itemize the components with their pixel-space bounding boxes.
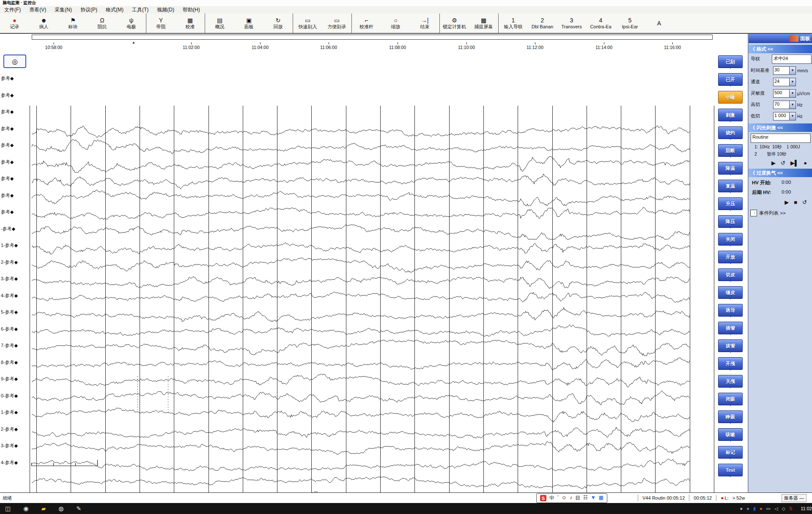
event-marker-button[interactable]: 闭眼 bbox=[718, 393, 743, 405]
ime-icon[interactable]: 目 bbox=[575, 495, 580, 502]
tray-icon[interactable]: ◁ bbox=[774, 503, 778, 514]
dropdown-arrow-icon[interactable]: ▼ bbox=[789, 90, 796, 97]
tray-icon[interactable]: S bbox=[789, 503, 792, 514]
photic-program-input[interactable]: Routine bbox=[751, 134, 811, 143]
event-marker-button[interactable]: 刺激 bbox=[718, 109, 743, 121]
eeg-trace-canvas[interactable] bbox=[25, 106, 716, 514]
ime-icon[interactable]: ’ bbox=[557, 495, 559, 502]
toolbar-button[interactable]: Y 带阻 bbox=[146, 14, 176, 33]
collapse-icon[interactable]: 〈 bbox=[750, 210, 757, 216]
hv-control-button[interactable]: ▶ bbox=[785, 199, 789, 205]
event-marker-button[interactable]: 咳嗽 bbox=[718, 428, 743, 441]
field-dropdown[interactable]: 24 ▼ bbox=[773, 78, 796, 86]
hv-control-button[interactable]: ■ bbox=[794, 199, 797, 205]
toolbar-button[interactable]: ○ 缩放 bbox=[381, 14, 410, 33]
toolbar-button[interactable]: 4 Contra-Ea bbox=[586, 14, 615, 33]
event-marker-button[interactable]: 已刻 bbox=[718, 55, 743, 68]
toolbar-button[interactable]: 2 Dbl Banan bbox=[528, 14, 557, 33]
field-dropdown[interactable]: 1 000 ▼ bbox=[773, 112, 796, 120]
start-icon[interactable]: ◫ bbox=[5, 503, 11, 514]
tray-icon[interactable]: ● bbox=[746, 503, 749, 514]
ime-icon[interactable]: ▼ bbox=[591, 495, 596, 502]
event-marker-button[interactable]: 切皮 bbox=[718, 268, 743, 281]
dropdown-arrow-icon[interactable]: ▼ bbox=[789, 101, 796, 109]
folder-icon[interactable]: ▰ bbox=[41, 503, 46, 514]
tray-icon[interactable]: ◇ bbox=[782, 503, 785, 514]
photic-control-button[interactable]: ↺ bbox=[781, 160, 785, 166]
event-marker-button[interactable]: 标记 bbox=[718, 446, 743, 459]
event-marker-button[interactable]: 拔管 bbox=[718, 339, 743, 352]
photic-control-button[interactable]: ▶▌ bbox=[790, 160, 798, 166]
event-marker-button[interactable]: 夹闭 bbox=[718, 233, 743, 246]
field-dropdown[interactable]: 70 ▼ bbox=[773, 101, 796, 109]
toolbar-button[interactable]: 3 Transvers bbox=[557, 14, 586, 33]
time-cursor-marker[interactable]: ▲ bbox=[132, 41, 135, 44]
toolbar-button[interactable]: ⚙ 锁定计算机 bbox=[439, 14, 469, 33]
event-marker-button[interactable]: 烧灼 bbox=[718, 126, 743, 139]
ime-icon[interactable]: ☺ bbox=[562, 495, 567, 502]
toolbar-button[interactable]: Ω 阻抗 bbox=[88, 14, 117, 33]
hyperventilation-section-header[interactable]: 《 过度换气 << bbox=[749, 169, 812, 177]
hv-control-button[interactable]: ↺ bbox=[802, 199, 807, 205]
event-marker-button[interactable]: 插管 bbox=[718, 322, 743, 334]
camera-app-icon[interactable]: ◉ bbox=[23, 503, 28, 514]
record-navigation-slider[interactable] bbox=[32, 35, 713, 40]
event-marker-button[interactable]: 降压 bbox=[718, 215, 743, 228]
event-marker-button[interactable]: 已开 bbox=[718, 73, 743, 86]
toolbar-button[interactable]: ▭ 方便刻录 bbox=[322, 14, 351, 33]
photic-control-button[interactable]: ▶ bbox=[771, 160, 776, 166]
event-marker-button[interactable]: 小睡 bbox=[718, 91, 743, 104]
pen-app-icon[interactable]: ✎ bbox=[76, 503, 81, 514]
event-marker-button[interactable]: 缝皮 bbox=[718, 286, 743, 299]
menu-item[interactable]: 工具(T) bbox=[129, 6, 152, 14]
ime-icon[interactable]: ♪ bbox=[570, 495, 572, 502]
event-marker-button[interactable]: 睁眼 bbox=[718, 410, 743, 423]
menu-item[interactable]: 采集(N) bbox=[51, 6, 75, 14]
toolbar-button[interactable]: ψ 电极 bbox=[117, 14, 146, 33]
menu-item[interactable]: 帮助(H) bbox=[179, 6, 203, 14]
event-list-link[interactable]: 〈 事件列表 >> bbox=[750, 210, 811, 216]
toolbar-button[interactable]: ▩ 捕捉屏幕 bbox=[469, 14, 498, 33]
toolbar-button[interactable]: ⚑ 标块 bbox=[58, 14, 88, 33]
dropdown-arrow-icon[interactable]: ▼ bbox=[789, 78, 796, 86]
field-dropdown[interactable]: 500 ▼ bbox=[773, 89, 796, 98]
toolbar-button[interactable]: 5 Ipsi-Ear bbox=[615, 14, 645, 33]
event-marker-button[interactable]: Test bbox=[718, 464, 743, 476]
event-marker-button[interactable]: 关颅 bbox=[718, 375, 743, 388]
field-dropdown[interactable]: 30 ▼ bbox=[773, 66, 796, 75]
menu-item[interactable]: 查看(V) bbox=[26, 6, 49, 14]
tray-icon[interactable]: ● bbox=[740, 503, 743, 514]
event-marker-button[interactable]: 诱导 bbox=[718, 304, 743, 317]
dropdown-arrow-icon[interactable]: ▼ bbox=[789, 67, 796, 74]
menu-item[interactable]: 文件(F) bbox=[1, 6, 24, 14]
toolbar-button[interactable]: →| 结束 bbox=[410, 14, 439, 33]
toolbar-button[interactable]: 1 输入导联 bbox=[498, 14, 528, 33]
event-marker-button[interactable]: 开颅 bbox=[718, 357, 743, 370]
tray-icon[interactable]: ● bbox=[760, 503, 763, 514]
event-marker-button[interactable]: 开放 bbox=[718, 251, 743, 263]
panel-title-bar[interactable]: 面板 bbox=[749, 34, 812, 43]
toolbar-button[interactable]: ⌐ 校准杆 bbox=[351, 14, 381, 33]
toolbar-button[interactable]: ● 记录 bbox=[0, 14, 29, 33]
montage-input[interactable]: 术中24 bbox=[772, 55, 812, 64]
menu-item[interactable]: 协议(P) bbox=[77, 6, 101, 14]
toolbar-button[interactable]: ▤ 概况 bbox=[205, 14, 234, 33]
event-marker-button[interactable]: 阻断 bbox=[718, 144, 743, 157]
toolbar-button[interactable]: ▦ 校准 bbox=[176, 14, 205, 33]
toolbar-button[interactable]: ↻ 回放 bbox=[263, 14, 293, 33]
toolbar-button[interactable]: ▣ 面板 bbox=[234, 14, 263, 33]
ime-icon[interactable]: 中 bbox=[549, 495, 554, 502]
event-marker-button[interactable]: 复温 bbox=[718, 180, 743, 192]
toolbar-button[interactable]: ▭ 快速刻入 bbox=[293, 14, 322, 33]
tray-icon[interactable]: ▮ bbox=[753, 503, 756, 514]
app-icon[interactable]: ◍ bbox=[58, 503, 63, 514]
toolbar-button[interactable]: ☻ 病人 bbox=[29, 14, 58, 33]
photic-section-header[interactable]: 《 闪光刺激 << bbox=[749, 123, 812, 132]
input-method-bar[interactable]: S 中’☺♪目☷▼▦ bbox=[536, 493, 607, 503]
montage-target-button[interactable]: ◎ bbox=[3, 55, 26, 68]
ime-icon[interactable]: ☷ bbox=[583, 495, 588, 502]
server-status[interactable]: 服务器 — bbox=[782, 494, 807, 502]
event-marker-button[interactable]: 升压 bbox=[718, 197, 743, 210]
event-marker-button[interactable]: 降温 bbox=[718, 162, 743, 175]
sogou-logo-icon[interactable]: S bbox=[540, 495, 546, 501]
